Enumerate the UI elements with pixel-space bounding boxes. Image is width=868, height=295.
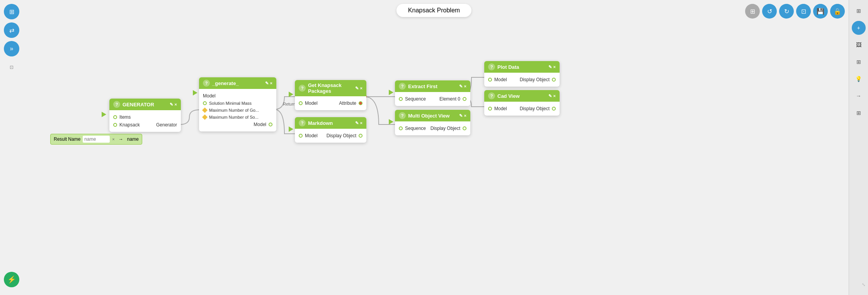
generate-maxso-diamond <box>202 114 208 120</box>
lock-toolbar-button[interactable]: 🔒 <box>830 4 845 19</box>
plot-data-close-icon[interactable]: × <box>553 65 556 70</box>
multi-object-view-body: Sequence Display Object <box>395 121 470 135</box>
generator-left-connector <box>102 112 106 119</box>
plot-data-display-label: Display Object <box>520 77 550 82</box>
generate-header: ? _generate_ ✎ × <box>199 77 276 89</box>
right-image-button[interactable]: 🖼 <box>852 38 866 52</box>
grid-toolbar-button[interactable]: ⊞ <box>745 4 760 19</box>
generator-help-icon[interactable]: ? <box>113 101 120 108</box>
generate-edit-icon[interactable]: ✎ <box>265 81 269 86</box>
plot-data-title: Plot Data <box>497 64 519 70</box>
generate-body: Model Solution Minimal Mass Maximum Numb… <box>199 89 276 131</box>
cad-view-model-row: Model Display Object <box>488 105 556 113</box>
multi-object-view-left-connector <box>389 119 393 126</box>
plot-data-edit-icon[interactable]: ✎ <box>548 65 552 70</box>
generate-maxso-row: Maximum Number of So... <box>203 114 272 121</box>
markdown-close-icon[interactable]: × <box>360 121 363 126</box>
multi-object-view-display-port <box>463 126 466 130</box>
right-dots-button[interactable]: ⊞ <box>852 106 866 120</box>
generator-title: GENERATOR <box>123 102 154 107</box>
get-knapsack-attribute-port <box>359 101 363 105</box>
extract-first-title: Extract First <box>408 84 437 89</box>
cad-view-display-label: Display Object <box>520 106 550 111</box>
extract-first-close-icon[interactable]: × <box>464 84 466 89</box>
generator-knapsack-right-label: Generator <box>156 122 177 128</box>
generate-help-icon[interactable]: ? <box>203 80 210 87</box>
right-arrow-button[interactable]: → <box>852 89 866 103</box>
apps-sidebar-button[interactable]: ⊞ <box>4 4 19 19</box>
markdown-edit-icon[interactable]: ✎ <box>355 121 359 126</box>
markdown-model-port <box>299 134 303 138</box>
generator-items-port <box>113 115 117 119</box>
generate-model-right-row: Model <box>203 121 272 128</box>
cad-view-edit-icon[interactable]: ✎ <box>548 94 552 99</box>
extract-first-seq-label: Sequence <box>405 96 426 102</box>
generate-model-label: Model <box>203 93 216 99</box>
generator-edit-icon[interactable]: ✎ <box>170 102 173 107</box>
swap-sidebar-button[interactable]: ⇄ <box>4 22 19 38</box>
save-toolbar-button[interactable]: 💾 <box>813 4 828 19</box>
generator-knapsack-port-left <box>113 123 117 127</box>
markdown-left-connector <box>289 126 293 133</box>
plot-data-header: ? Plot Data ✎ × <box>484 61 560 73</box>
collapse-sidebar-button[interactable]: ⊡ <box>4 60 19 75</box>
canvas: Knapsack Problem ⊞ ⇄ » ⊡ ⚡ ⊞ ↺ ↻ ⊡ 💾 🔒 ⊞… <box>0 0 868 295</box>
right-grid-button[interactable]: ⊞ <box>852 4 866 18</box>
frame-toolbar-button[interactable]: ⊡ <box>796 4 811 19</box>
get-knapsack-help-icon[interactable]: ? <box>299 85 306 92</box>
right-add-button[interactable]: + <box>852 21 866 35</box>
bottom-badge: ⚡ <box>4 272 19 287</box>
get-knapsack-triangle-icon <box>289 92 293 97</box>
input-arrow-right: → <box>119 136 123 142</box>
generator-header: ? GENERATOR ✎ × <box>109 99 181 110</box>
right-table-button[interactable]: ⊞ <box>852 55 866 69</box>
generate-model-right-label: Model <box>254 122 266 127</box>
multi-object-view-close-icon[interactable]: × <box>464 113 466 118</box>
markdown-help-icon[interactable]: ? <box>299 119 306 126</box>
cad-view-close-icon[interactable]: × <box>553 94 556 99</box>
get-knapsack-model-row: Model Attribute <box>299 99 363 107</box>
markdown-model-label: Model <box>305 133 318 138</box>
right-sidebar: ⊞ + 🖼 ⊞ 💡 → ⊞ ⤡ <box>849 0 868 295</box>
generate-model-row: Model <box>203 92 272 100</box>
generate-maxgo-row: Maximum Number of Go... <box>203 107 272 114</box>
right-light-button[interactable]: 💡 <box>852 72 866 86</box>
generate-triangle-icon <box>193 90 197 95</box>
markdown-title: Markdown <box>308 120 333 126</box>
cad-view-title: Cad View <box>497 93 520 99</box>
cad-view-model-port <box>488 107 492 111</box>
multi-object-view-display-label: Display Object <box>431 126 460 131</box>
input-close-icon[interactable]: × <box>112 137 114 142</box>
markdown-display-port <box>359 134 363 138</box>
generator-close-icon[interactable]: × <box>175 102 177 107</box>
input-name-label: name <box>127 136 139 142</box>
get-knapsack-edit-icon[interactable]: ✎ <box>355 86 359 91</box>
extract-first-help-icon[interactable]: ? <box>399 83 406 90</box>
plot-data-help-icon[interactable]: ? <box>488 63 495 70</box>
multi-object-view-help-icon[interactable]: ? <box>399 112 406 119</box>
get-knapsack-header: ? Get Knapsack Packages ✎ × <box>295 80 366 96</box>
cad-view-help-icon[interactable]: ? <box>488 92 495 99</box>
extract-first-elem-label: Element 0 <box>439 96 460 102</box>
undo-toolbar-button[interactable]: ↺ <box>762 4 777 19</box>
get-knapsack-close-icon[interactable]: × <box>360 86 363 91</box>
get-knapsack-attribute-label: Attribute <box>339 101 356 106</box>
generator-items-label: Items <box>119 114 131 120</box>
expand-sidebar-button[interactable]: » <box>4 41 19 56</box>
generate-model-right-port <box>269 123 272 126</box>
generate-close-icon[interactable]: × <box>270 81 272 86</box>
result-name-input[interactable] <box>83 136 110 143</box>
redo-toolbar-button[interactable]: ↻ <box>779 4 794 19</box>
markdown-body: Model Display Object <box>295 129 366 143</box>
input-node-result-name[interactable]: Result Name × → name <box>50 134 142 145</box>
get-knapsack-model-label: Model <box>305 101 318 106</box>
generate-maxgo-diamond <box>202 107 208 113</box>
generate-node: ? _generate_ ✎ × Model Solution Minimal … <box>199 77 276 131</box>
generate-maxgo-label: Maximum Number of Go... <box>209 108 259 113</box>
markdown-display-label: Display Object <box>327 133 356 138</box>
multi-object-view-seq-port <box>399 126 403 130</box>
top-toolbar: ⊞ ↺ ↻ ⊡ 💾 🔒 <box>745 4 845 19</box>
extract-first-edit-icon[interactable]: ✎ <box>459 84 463 89</box>
multi-object-view-header: ? Multi Object View ✎ × <box>395 110 470 121</box>
multi-object-view-edit-icon[interactable]: ✎ <box>459 113 463 118</box>
